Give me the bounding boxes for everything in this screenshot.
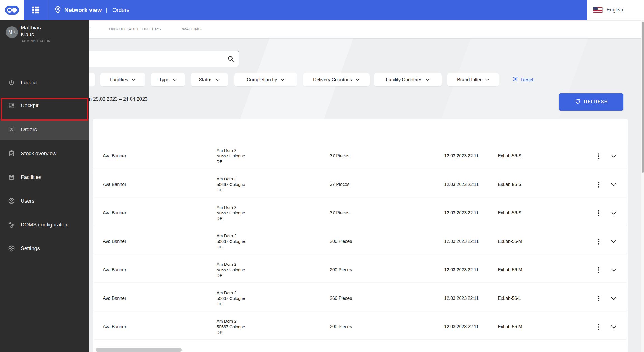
cell-address: Am Dom 2 50667 Cologne DE	[217, 319, 330, 335]
primary-bar	[24, 0, 587, 20]
row-expand-chevron-icon[interactable]	[610, 268, 617, 272]
row-kebab-menu-icon[interactable]	[597, 295, 600, 302]
cell-ordered-quantity: 37 Pieces	[330, 154, 444, 159]
user-first-name: Matthias	[21, 24, 41, 31]
reset-label: Reset	[521, 77, 533, 83]
clipboard-check-icon	[8, 150, 15, 157]
avatar: MK	[6, 26, 18, 38]
row-kebab-menu-icon[interactable]	[597, 238, 600, 245]
tab-waiting[interactable]: WAITING	[182, 20, 202, 38]
sidebar-menu: MK Matthias Klaus ADMINISTRATOR LogoutCo…	[0, 20, 89, 352]
page-title: Orders	[112, 0, 129, 20]
apps-grid-icon[interactable]	[31, 6, 40, 15]
cell-ordered-quantity: 266 Pieces	[330, 296, 444, 301]
row-expand-chevron-icon[interactable]	[610, 182, 617, 187]
filter-dropdown-status[interactable]: Status	[191, 73, 228, 86]
cell-ordered-quantity: 37 Pieces	[330, 210, 444, 215]
vertical-scrollbar-thumb[interactable]	[642, 22, 644, 173]
sidebar-item-stock-overview[interactable]: Stock overview	[0, 146, 89, 161]
language-label: English	[607, 7, 623, 13]
row-expand-chevron-icon[interactable]	[610, 296, 617, 301]
orders-tray-icon	[8, 126, 15, 133]
sidebar-item-label: Orders	[21, 126, 37, 133]
row-kebab-menu-icon[interactable]	[597, 209, 600, 217]
sidebar-item-label: Settings	[21, 245, 40, 252]
table-row[interactable]: Ava Banner Am Dom 2 50667 Cologne DE 37 …	[93, 200, 628, 226]
cell-customer-name: Ava Banner	[103, 324, 217, 329]
cell-address: Am Dom 2 50667 Cologne DE	[217, 176, 330, 193]
table-row[interactable]: Ava Banner Am Dom 2 50667 Cologne DE 266…	[93, 286, 628, 311]
sidebar-item-settings[interactable]: Settings	[0, 241, 89, 256]
cell-ordered-quantity: 37 Pieces	[330, 182, 444, 187]
sidebar-item-logout[interactable]: Logout	[0, 75, 89, 90]
cell-order-date: 12.03.2023 22:11	[444, 154, 498, 159]
row-expand-chevron-icon[interactable]	[610, 325, 617, 329]
row-expand-chevron-icon[interactable]	[610, 154, 617, 159]
cell-order-id: ExLab-56-S	[498, 154, 586, 159]
row-expand-chevron-icon[interactable]	[610, 211, 617, 215]
refresh-button[interactable]: REFRESH	[559, 93, 623, 111]
sidebar-item-cockpit[interactable]: Cockpit	[0, 98, 89, 113]
chevron-down-icon	[355, 77, 359, 83]
table-row[interactable]: Ava Banner Am Dom 2 50667 Cologne DE 37 …	[93, 143, 628, 169]
user-circle-icon	[8, 197, 15, 205]
filter-dropdown-facilities[interactable]: Facilities	[100, 73, 145, 86]
cell-customer-name: Ava Banner	[103, 210, 217, 215]
dashboard-icon	[8, 102, 15, 109]
filter-dropdown-type[interactable]: Type	[151, 73, 185, 86]
table-row[interactable]: Ava Banner Am Dom 2 50667 Cologne DE 37 …	[93, 172, 628, 197]
sidebar-item-label: Logout	[21, 80, 37, 86]
vertical-scrollbar	[641, 20, 644, 352]
sidebar-item-label: DOMS configuration	[21, 222, 68, 228]
cell-customer-name: Ava Banner	[103, 267, 217, 272]
cell-customer-name: Ava Banner	[103, 239, 217, 244]
table-row[interactable]: Ava Banner Am Dom 2 50667 Cologne DE 200…	[93, 257, 628, 282]
storefront-icon	[8, 174, 15, 181]
row-kebab-menu-icon[interactable]	[597, 181, 600, 188]
filter-dropdown-completion-by[interactable]: Completion by	[234, 73, 297, 86]
search-icon[interactable]	[227, 55, 235, 63]
tab-unroutable-orders[interactable]: UNROUTABLE ORDERS	[109, 20, 161, 38]
sidebar-item-orders[interactable]: Orders	[0, 119, 89, 140]
filter-dropdown-brand-filter[interactable]: Brand Filter	[447, 73, 499, 86]
user-name: Matthias Klaus	[21, 24, 41, 38]
sidebar-item-facilities[interactable]: Facilities	[0, 169, 89, 185]
cell-order-date: 12.03.2023 22:11	[444, 210, 498, 215]
filter-dropdown-facility-countries[interactable]: Facility Countries	[374, 73, 442, 86]
cell-ordered-quantity: 200 Pieces	[330, 267, 444, 272]
cell-ordered-quantity: 200 Pieces	[330, 239, 444, 244]
row-kebab-menu-icon[interactable]	[597, 152, 600, 160]
app-window: Facilities Type Status Completion by Del	[0, 0, 644, 352]
bar-divider	[48, 0, 48, 20]
horizontal-scrollbar-thumb[interactable]	[96, 348, 182, 352]
row-kebab-menu-icon[interactable]	[597, 266, 600, 274]
reset-filters-button[interactable]: Reset	[511, 73, 535, 86]
refresh-label: REFRESH	[584, 99, 608, 104]
cell-order-id: ExLab-56-M	[498, 239, 586, 244]
filter-dropdown-delivery-countries[interactable]: Delivery Countries	[303, 73, 370, 86]
top-bar: Network view | Orders English	[0, 0, 644, 20]
language-selector[interactable]: English	[587, 0, 644, 20]
sidebar-item-label: Stock overview	[21, 150, 56, 157]
table-row[interactable]: Ava Banner Am Dom 2 50667 Cologne DE 200…	[93, 229, 628, 254]
cell-customer-name: Ava Banner	[103, 182, 217, 187]
cell-order-id: ExLab-56-M	[498, 324, 586, 329]
product-title: Network view	[64, 0, 102, 20]
cell-address: Am Dom 2 50667 Cologne DE	[217, 262, 330, 278]
cell-order-date: 12.03.2023 22:11	[444, 182, 498, 187]
cell-order-id: ExLab-56-S	[498, 210, 586, 215]
sidebar-item-label: Facilities	[21, 174, 41, 180]
brand-logo	[0, 0, 24, 20]
sidebar-item-doms-configuration[interactable]: DOMS configuration	[0, 217, 89, 233]
cell-order-id: ExLab-56-L	[498, 296, 586, 301]
row-kebab-menu-icon[interactable]	[597, 323, 600, 331]
toggle-logo-icon	[4, 5, 20, 15]
sidebar-item-label: Users	[21, 198, 35, 204]
cell-order-date: 12.03.2023 22:11	[444, 324, 498, 329]
sidebar-item-users[interactable]: Users	[0, 193, 89, 209]
cell-order-id: ExLab-56-S	[498, 182, 586, 187]
table-row[interactable]: Ava Banner Am Dom 2 50667 Cologne DE 200…	[93, 314, 628, 339]
main-content: Facilities Type Status Completion by Del	[0, 38, 641, 352]
map-pin-icon	[53, 6, 62, 16]
row-expand-chevron-icon[interactable]	[610, 239, 617, 244]
